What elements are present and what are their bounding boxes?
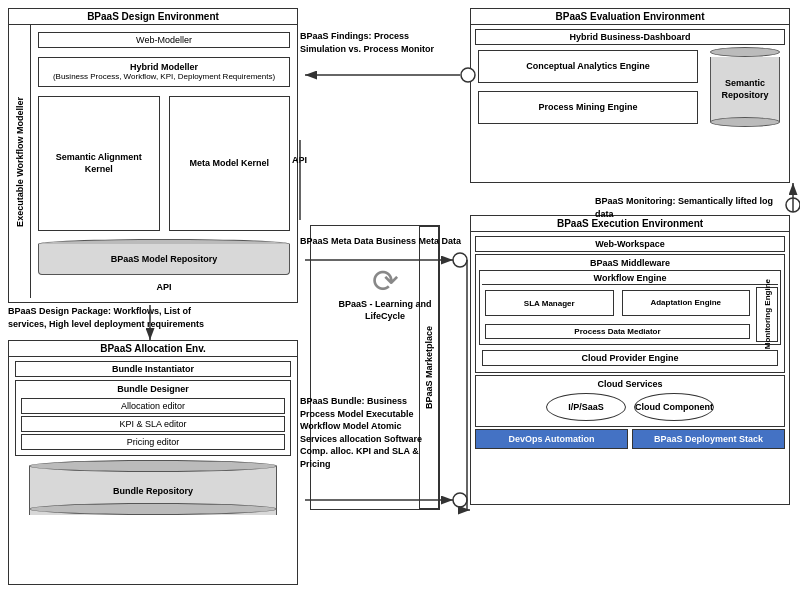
bpaas-eval-title: BPaaS Evaluation Environment <box>471 9 789 25</box>
bpaas-middleware-box: BPaaS Middleware Workflow Engine SLA Man… <box>475 254 785 373</box>
cloud-provider-engine-box: Cloud Provider Engine <box>482 350 778 366</box>
semantic-kernel-box: Semantic Alignment Kernel <box>38 96 160 231</box>
semantic-repo-cylinder: Semantic Repository <box>705 47 785 127</box>
hybrid-dashboard-box: Hybrid Business-Dashboard <box>475 29 785 45</box>
web-modeller-box: Web-Modeller <box>38 32 290 48</box>
bpaas-design-env-title: BPaaS Design Environment <box>9 9 297 25</box>
api-right-label: API <box>292 155 307 165</box>
api-bottom-label: API <box>35 280 293 294</box>
process-data-mediator-box: Process Data Mediator <box>485 324 750 339</box>
devops-box: DevOps Automation <box>475 429 628 449</box>
bpaas-alloc-title: BPaaS Allocation Env. <box>9 341 297 357</box>
process-mining-box: Process Mining Engine <box>478 91 698 124</box>
bpaas-monitoring-label: BPaaS Monitoring: Semantically lifted lo… <box>595 195 780 220</box>
pricing-editor-box: Pricing editor <box>21 434 285 450</box>
bpaas-model-repo: BPaaS Model Repository <box>38 239 290 275</box>
cloud-component-oval: Cloud Component <box>634 393 714 421</box>
design-package-label: BPaaS Design Package: Workflows, List of… <box>8 305 208 330</box>
workflow-modeller-label: Executable Workflow Modeller <box>15 97 25 227</box>
hybrid-modeller-box: Hybrid Modeller (Business Process, Workf… <box>38 57 290 87</box>
sla-manager-box: SLA Manager <box>485 290 614 316</box>
main-container: BPaaS Design Environment Executable Work… <box>0 0 800 600</box>
bundle-instantiator-box: Bundle Instantiator <box>15 361 291 377</box>
learning-lifecycle-box: ⟳ BPaaS - Learning and LifeCycle <box>330 265 440 322</box>
ips-saas-oval: I/P/SaaS <box>546 393 626 421</box>
cloud-services-box: Cloud Services I/P/SaaS Cloud Component <box>475 375 785 427</box>
bpaas-deployment-box: BPaaS Deployment Stack <box>632 429 785 449</box>
svg-point-8 <box>786 198 800 212</box>
kpi-sla-editor-box: KPI & SLA editor <box>21 416 285 432</box>
svg-point-5 <box>453 253 467 267</box>
web-workspace-box: Web-Workspace <box>475 236 785 252</box>
monitoring-engine-box: Monitoring Engine <box>756 287 778 342</box>
bundle-designer-box: Bundle Designer Allocation editor KPI & … <box>15 380 291 456</box>
bpaas-findings-label: BPaaS Findings: Process Simulation vs. P… <box>300 30 455 55</box>
conceptual-analytics-box: Conceptual Analytics Engine <box>478 50 698 83</box>
bpaas-eval-env: BPaaS Evaluation Environment Hybrid Busi… <box>470 8 790 183</box>
meta-model-kernel-box: Meta Model Kernel <box>169 96 291 231</box>
bpaas-design-env: BPaaS Design Environment Executable Work… <box>8 8 298 303</box>
bundle-repo-cylinder: Bundle Repository <box>29 460 277 515</box>
bpaas-alloc-env: BPaaS Allocation Env. Bundle Instantiato… <box>8 340 298 585</box>
allocation-editor-box: Allocation editor <box>21 398 285 414</box>
meta-data-label: BPaaS Meta Data Business Meta Data <box>300 235 461 248</box>
adaptation-engine-box: Adaptation Engine <box>622 290 751 316</box>
bpaas-exec-env: BPaaS Execution Environment Web-Workspac… <box>470 215 790 505</box>
workflow-engine-container: Workflow Engine SLA Manager Adaptation E… <box>479 270 781 345</box>
bpaas-bundle-label: BPaaS Bundle: Business Process Model Exe… <box>300 395 430 471</box>
svg-point-11 <box>453 493 467 507</box>
